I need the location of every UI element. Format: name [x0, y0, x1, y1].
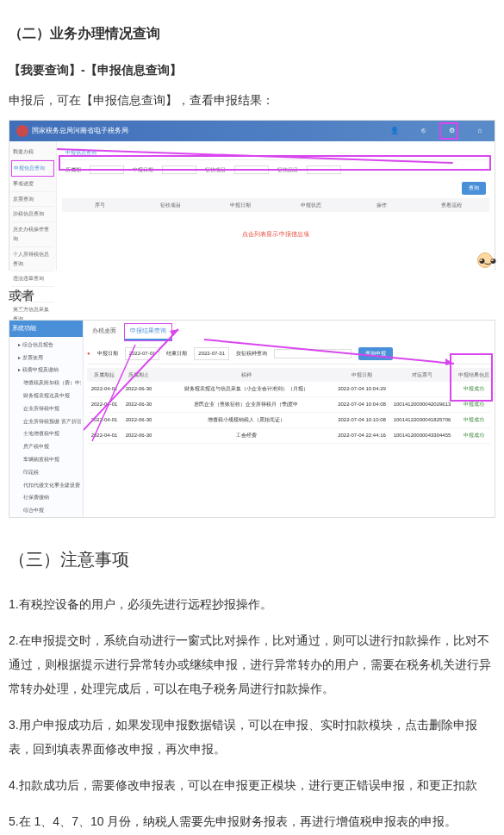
note-4: 4.扣款成功后，需要修改申报表，可以在申报更正模块，进行更正错误申报，和更正扣款: [9, 773, 495, 797]
right-panel: 办税桌面 申报结果查询 ● 申报日期 2022-07-01 结束日期 2022-…: [84, 321, 495, 517]
status-cell: 申报成功: [457, 431, 491, 440]
cell: 财务报表报送与信息采集（小企业会计准则）（月报）: [156, 384, 336, 394]
cell: 2022-07-04 10:10:08: [336, 415, 388, 425]
cell: 居民企业（查账征收）企业所得税月（季)度申: [156, 400, 336, 409]
tree-panel: 系统功能 ▸ 综合信息报告▸ 发票使用▸ 税费申报及缴纳增值税及附加税（费）申报…: [9, 321, 84, 517]
cell: 10014122000041825706: [388, 415, 457, 425]
org-name: 国家税务总局河南省电子税务局: [32, 125, 128, 137]
query-button[interactable]: 查询申报: [358, 347, 393, 360]
tree-item[interactable]: 企业所得税申报: [11, 402, 81, 415]
th: 申报状态: [276, 201, 346, 210]
cell: 2022-06-30: [121, 431, 156, 440]
cell: 增值税小规模纳税人（原始凭证）: [156, 415, 336, 425]
side-nav: 我要办税 申报信息查询 事项进度 发票查询 涉税信息查询 历史办税操作查询 个人…: [9, 141, 57, 271]
tree-item[interactable]: 企业所得税预缴 资产折旧申报: [11, 415, 81, 428]
nav-item[interactable]: 我要办税: [11, 145, 54, 160]
exit-icon[interactable]: ⎋: [415, 125, 431, 137]
tree-item[interactable]: 土地增值税申报: [11, 427, 81, 440]
cell: 10014120000043304455: [388, 431, 457, 440]
date-start-input[interactable]: 2022-07-01: [125, 347, 160, 360]
th: 查看流程: [416, 201, 487, 210]
tree-item[interactable]: ▸ 综合信息报告: [11, 339, 81, 352]
date-end-input[interactable]: 2022-07-31: [194, 347, 229, 360]
note-2: 2.在申报提交时，系统自动进行一窗式比对操作，比对通过，则可以进行扣款操作，比对…: [9, 628, 495, 701]
tree-item[interactable]: ▸ 发票使用: [11, 352, 81, 365]
nav-item-active[interactable]: 申报信息查询: [11, 160, 54, 177]
assistant-avatar-icon[interactable]: [477, 252, 493, 268]
home-icon[interactable]: ⌂: [472, 125, 488, 137]
tree-item[interactable]: 增值税及附加税（费）申报: [11, 377, 81, 389]
tab-desktop[interactable]: 办税桌面: [87, 324, 121, 340]
th: 序号: [65, 201, 135, 210]
cell: 10014120000042029613: [388, 400, 457, 409]
filter-start-label: 申报日期: [97, 349, 118, 358]
gh: 税种: [156, 371, 336, 380]
tree-item[interactable]: 房产税申报: [11, 440, 81, 453]
tree-item[interactable]: 代扣代缴文化事业建设费: [11, 479, 81, 492]
tree-item[interactable]: 综合申报: [11, 504, 81, 517]
nav-item[interactable]: 涉税信息查询: [11, 207, 54, 222]
gh: 所属期止: [121, 371, 156, 380]
tree-item[interactable]: 印花税: [11, 466, 81, 479]
result-grid: 所属期起 所属期止 税种 申报日期 对应票号 申报结果信息 2022-04-01…: [87, 368, 491, 444]
or-text: 或者: [9, 284, 495, 307]
cell: 2022-06-30: [121, 384, 156, 394]
grid-row: 2022-04-012022-06-30财务报表报送与信息采集（小企业会计准则）…: [87, 382, 491, 397]
tree-item[interactable]: ▸ 税费申报及缴纳: [11, 364, 81, 377]
gh: 对应票号: [388, 371, 457, 380]
grid-row: 2022-04-012022-06-30工会经费2022-07-04 22:44…: [87, 428, 491, 444]
cell: 2022-07-04 22:44:16: [336, 431, 388, 440]
nav-item[interactable]: 事项进度: [11, 177, 54, 192]
section-3-title: （三）注意事项: [9, 544, 495, 575]
nav-item[interactable]: 发票查询: [11, 192, 54, 208]
highlight-box-header: [439, 122, 458, 140]
tree-item[interactable]: 车辆购置税申报: [11, 453, 81, 466]
filter-type-label: 按征税种查询: [236, 349, 267, 358]
grid-row: 2022-04-012022-06-30居民企业（查账征收）企业所得税月（季)度…: [87, 397, 491, 413]
cell: 2022-04-01: [87, 431, 121, 440]
screenshot-2: 系统功能 ▸ 综合信息报告▸ 发票使用▸ 税费申报及缴纳增值税及附加税（费）申报…: [9, 320, 495, 518]
tree-item[interactable]: 财务报表报送及申报: [11, 389, 81, 402]
cell: 工会经费: [156, 431, 336, 440]
th: 申报日期: [205, 201, 276, 210]
cell: 2022-07-04 10:04:08: [336, 400, 388, 409]
tab-query-result[interactable]: 申报结果查询: [125, 324, 171, 340]
th: 操作: [346, 201, 417, 210]
note-5: 5.在 1、4、7、10 月份，纳税人需要先申报财务报表，再进行增值税申报表的申…: [9, 809, 495, 833]
app-header: 国家税务总局河南省电子税务局 👤 ⎋ ⚙ ⌂: [9, 121, 495, 141]
nav-item[interactable]: 联合激励: [11, 287, 54, 302]
nav-item[interactable]: 个人所得税信息查询: [11, 247, 54, 272]
note-3: 3.用户申报成功后，如果发现申报数据错误，可以在申报、实时扣款模块，点击删除申报…: [9, 713, 495, 761]
highlight-status-column: [450, 353, 493, 402]
main-content: 申报信息查询 所属期 申报日期 征收项目 征收品目 查询 序号 征收项目 申报日…: [57, 141, 495, 271]
note-1: 1.有税控设备的用户，必须先进行远程抄报操作。: [9, 592, 495, 616]
table-header: 序号 征收项目 申报日期 申报状态 操作 查看流程: [62, 198, 489, 213]
nav-item[interactable]: 违法违章查询: [11, 271, 54, 287]
search-button[interactable]: 查询: [462, 182, 486, 195]
tree-item[interactable]: 社保费缴纳: [11, 491, 81, 504]
cell: 2022-07-04 10:04:29: [336, 384, 388, 394]
cell: 2022-06-30: [121, 400, 156, 409]
cell: 2022-04-01: [87, 415, 121, 425]
tree-header: 系统功能: [9, 321, 83, 337]
cell: 2022-04-01: [87, 400, 121, 409]
filter-row: ● 申报日期 2022-07-01 结束日期 2022-07-31 按征税种查询…: [87, 344, 491, 365]
th: 征收项目: [135, 201, 206, 210]
gh: 申报日期: [336, 371, 388, 380]
user-icon[interactable]: 👤: [387, 125, 402, 137]
screenshot-1: 国家税务总局河南省电子税务局 👤 ⎋ ⚙ ⌂ 我要办税 申报信息查询 事项进度 …: [9, 120, 495, 271]
section-2-title: （二）业务办理情况查询: [9, 22, 495, 47]
type-select[interactable]: [274, 349, 352, 358]
cell: [388, 384, 457, 394]
grid-row: 2022-04-012022-06-30增值税小规模纳税人（原始凭证）2022-…: [87, 413, 491, 428]
cell: 2022-06-30: [121, 415, 156, 425]
section-2-subtitle: 【我要查询】-【申报信息查询】: [9, 59, 495, 81]
section-2-intro: 申报后，可在【申报信息查询】，查看申报结果：: [9, 90, 495, 111]
gh: 所属期起: [87, 371, 121, 380]
cell: 2022-04-01: [87, 384, 121, 394]
logo-icon: [16, 125, 28, 137]
hint-text: 点击列表显示 申报信息项: [62, 229, 489, 240]
filter-end-label: 结束日期: [166, 349, 187, 358]
nav-item[interactable]: 历史办税操作查询: [11, 222, 54, 247]
status-cell: 申报成功: [457, 415, 491, 425]
